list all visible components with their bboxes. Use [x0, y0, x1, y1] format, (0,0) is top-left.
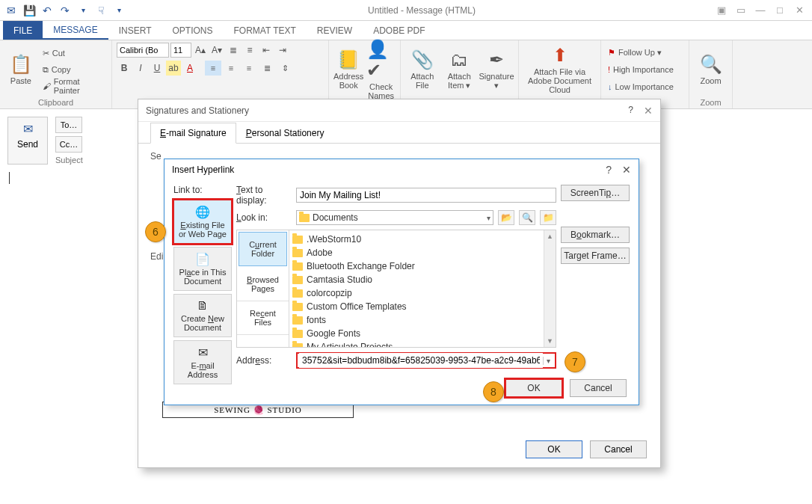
save-icon[interactable]: 💾: [21, 2, 37, 19]
option-place-in-doc[interactable]: 📄 Place in This Document: [173, 247, 232, 291]
btab-recent-files[interactable]: Recent Files: [237, 301, 289, 335]
list-item[interactable]: Camtasia Studio: [292, 273, 553, 286]
address-input[interactable]: [299, 353, 543, 368]
btab-current-folder[interactable]: Current Folder: [239, 232, 287, 266]
list-item[interactable]: Google Fonts: [292, 327, 553, 340]
subject-label: Subject: [55, 156, 82, 165]
option-email-address[interactable]: ✉ E-mail Address: [173, 340, 232, 384]
list-item[interactable]: fonts: [292, 313, 553, 327]
folder-icon: [292, 249, 303, 257]
target-frame-button[interactable]: Target Frame…: [561, 248, 630, 264]
signatures-ok-button[interactable]: OK: [526, 440, 582, 458]
look-in-select[interactable]: Documents ▾: [296, 210, 493, 225]
close-icon[interactable]: ✕: [791, 2, 808, 19]
ribbon-options-icon[interactable]: ▣: [713, 2, 730, 19]
paste-button[interactable]: 📋Paste: [4, 45, 37, 94]
address-book-button[interactable]: 📒Address Book: [333, 45, 363, 94]
align-right-icon[interactable]: ≡: [241, 61, 257, 76]
font-name-input[interactable]: [117, 43, 169, 58]
touch-mode-icon[interactable]: ☟: [93, 2, 109, 19]
high-importance-button[interactable]: !High Importance: [606, 62, 676, 77]
tab-email-signature[interactable]: E-mail Signature: [150, 123, 236, 144]
bold-icon[interactable]: B: [117, 61, 132, 76]
undo-icon[interactable]: ↶: [39, 2, 55, 19]
hyperlink-title: Insert Hyperlink: [172, 165, 234, 175]
option-create-new-doc[interactable]: 🗎 Create New Document: [173, 294, 232, 337]
screentip-button[interactable]: ScreenTip…: [561, 185, 630, 201]
list-item[interactable]: Adobe: [292, 246, 553, 259]
tab-personal-stationery[interactable]: Personal Stationery: [236, 123, 334, 144]
format-painter-button[interactable]: 🖌Format Painter: [40, 79, 107, 93]
highlight-icon[interactable]: ab: [166, 61, 181, 76]
to-button[interactable]: To…: [55, 117, 82, 133]
justify-icon[interactable]: ≣: [259, 61, 275, 76]
numbering-icon[interactable]: ≡: [242, 43, 257, 58]
browse-web-button[interactable]: 🔍: [519, 210, 535, 225]
attach-item-button[interactable]: 🗂Attach Item ▾: [443, 45, 477, 94]
signatures-cancel-button[interactable]: Cancel: [590, 440, 647, 458]
list-item[interactable]: Custom Office Templates: [292, 300, 553, 313]
bookmark-button[interactable]: Bookmark…: [561, 227, 630, 243]
qat-more2-icon[interactable]: ▾: [111, 2, 127, 19]
help-icon[interactable]: ▭: [733, 2, 749, 19]
send-button[interactable]: ✉ Send: [7, 117, 48, 165]
underline-icon[interactable]: U: [150, 61, 164, 76]
hyperlink-close-icon[interactable]: ✕: [622, 164, 631, 176]
hyperlink-cancel-button[interactable]: Cancel: [570, 379, 627, 397]
tab-file[interactable]: FILE: [3, 21, 43, 40]
tab-message[interactable]: MESSAGE: [43, 21, 108, 40]
btab-browsed-pages[interactable]: Browsed Pages: [237, 268, 289, 301]
tab-review[interactable]: REVIEW: [307, 21, 363, 40]
tab-options[interactable]: OPTIONS: [162, 21, 224, 40]
bullets-icon[interactable]: ≣: [226, 43, 241, 58]
minimize-icon[interactable]: —: [752, 2, 769, 19]
signatures-help-icon[interactable]: ?: [628, 105, 633, 117]
cc-button[interactable]: Cc…: [55, 136, 82, 153]
signatures-close-icon[interactable]: ✕: [644, 105, 653, 117]
follow-up-button[interactable]: ⚑Follow Up ▾: [606, 45, 676, 60]
adobe-attach-button[interactable]: ⬆Attach File via Adobe Document Cloud: [523, 45, 596, 94]
link-to-panel: Link to: 🌐 Existing File or Web Page 📄 P…: [173, 185, 232, 405]
file-list[interactable]: .WebStorm10AdobeBluetooth Exchange Folde…: [289, 230, 556, 347]
address-dropdown-icon[interactable]: ▾: [543, 357, 553, 365]
hyperlink-ok-button[interactable]: OK: [505, 379, 562, 397]
list-item[interactable]: .WebStorm10: [292, 233, 553, 246]
signature-button[interactable]: ✒Signature ▾: [479, 45, 514, 94]
group-zoom: 🔍Zoom Zoom: [689, 40, 733, 108]
zoom-button[interactable]: 🔍Zoom: [694, 45, 728, 94]
tab-format-text[interactable]: FORMAT TEXT: [224, 21, 307, 40]
browse-file-button[interactable]: 📁: [540, 210, 556, 225]
window-title: Untitled - Message (HTML): [130, 5, 713, 16]
line-spacing-icon[interactable]: ⇕: [277, 61, 293, 76]
italic-icon[interactable]: I: [133, 61, 148, 76]
redo-icon[interactable]: ↷: [57, 2, 73, 19]
list-item[interactable]: colorcopzip: [292, 286, 553, 300]
maximize-icon[interactable]: □: [772, 2, 788, 19]
tab-insert[interactable]: INSERT: [108, 21, 162, 40]
outdent-icon[interactable]: ⇤: [259, 43, 274, 58]
cut-button[interactable]: ✂Cut: [40, 46, 107, 61]
scrollbar-vertical[interactable]: ▲▼: [544, 230, 556, 347]
list-item[interactable]: Bluetooth Exchange Folder: [292, 259, 553, 273]
align-left-icon[interactable]: ≡: [205, 61, 221, 76]
font-color-icon[interactable]: A: [182, 61, 197, 76]
up-folder-button[interactable]: 📂: [498, 210, 514, 225]
hyperlink-title-bar: Insert Hyperlink ? ✕: [164, 159, 639, 180]
tab-adobe-pdf[interactable]: ADOBE PDF: [363, 21, 435, 40]
group-clipboard-label: Clipboard: [4, 96, 107, 108]
low-importance-button[interactable]: ↓Low Importance: [606, 79, 676, 94]
indent-icon[interactable]: ⇥: [275, 43, 290, 58]
qat-more-icon[interactable]: ▾: [75, 2, 91, 19]
check-names-button[interactable]: 👤✔Check Names: [366, 45, 396, 94]
option-existing-file[interactable]: 🌐 Existing File or Web Page: [173, 200, 232, 244]
attach-file-button[interactable]: 📎Attach File: [405, 45, 440, 94]
font-size-input[interactable]: [170, 43, 191, 58]
shrink-font-icon[interactable]: A▾: [209, 43, 224, 58]
copy-button[interactable]: ⧉Copy: [40, 62, 107, 77]
hyperlink-help-icon[interactable]: ?: [606, 164, 612, 176]
align-center-icon[interactable]: ≡: [223, 61, 239, 76]
text-to-display-input[interactable]: [296, 188, 556, 203]
folder-icon: [292, 330, 303, 338]
list-item[interactable]: My Articulate Projects: [292, 340, 553, 347]
grow-font-icon[interactable]: A▴: [193, 43, 208, 58]
